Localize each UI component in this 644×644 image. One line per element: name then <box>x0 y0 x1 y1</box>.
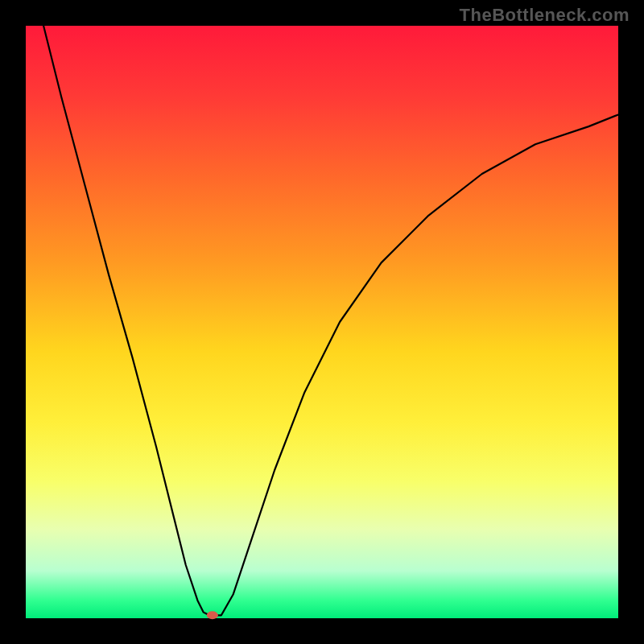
bottleneck-curve <box>43 26 618 615</box>
chart-overlay <box>26 26 618 618</box>
min-point-marker <box>207 611 218 619</box>
chart-frame: TheBottleneck.com <box>0 0 644 644</box>
attribution-text: TheBottleneck.com <box>460 5 630 26</box>
